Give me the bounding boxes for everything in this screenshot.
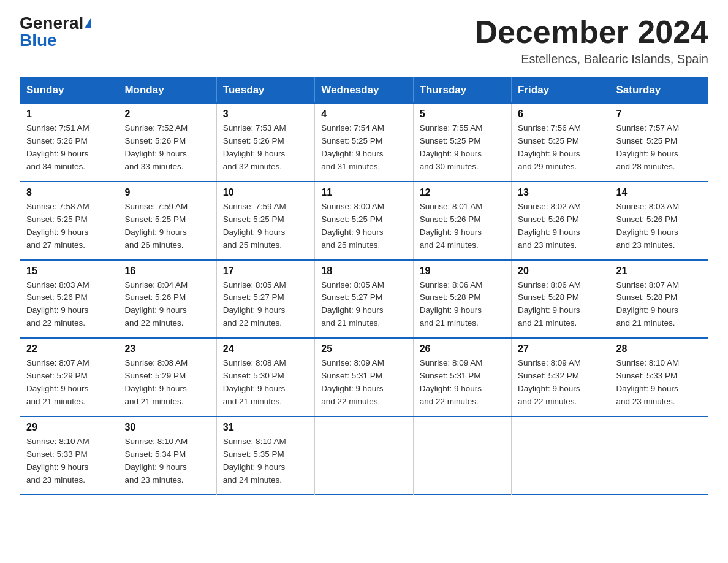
calendar-cell	[413, 416, 511, 494]
day-number: 20	[518, 266, 603, 277]
day-info: Sunrise: 8:06 AMSunset: 5:28 PMDaylight:…	[518, 280, 581, 328]
location-subtitle: Estellencs, Balearic Islands, Spain	[474, 52, 708, 66]
day-number: 12	[420, 187, 505, 198]
calendar-cell: 8 Sunrise: 7:58 AMSunset: 5:25 PMDayligh…	[20, 182, 118, 260]
calendar-cell: 15 Sunrise: 8:03 AMSunset: 5:26 PMDaylig…	[20, 260, 118, 339]
day-number: 25	[321, 343, 406, 354]
day-info: Sunrise: 8:07 AMSunset: 5:29 PMDaylight:…	[26, 358, 89, 406]
calendar-cell: 14 Sunrise: 8:03 AMSunset: 5:26 PMDaylig…	[610, 182, 708, 260]
day-info: Sunrise: 8:09 AMSunset: 5:32 PMDaylight:…	[518, 358, 581, 406]
calendar-cell: 27 Sunrise: 8:09 AMSunset: 5:32 PMDaylig…	[512, 338, 610, 416]
day-number: 3	[223, 109, 308, 120]
day-info: Sunrise: 8:09 AMSunset: 5:31 PMDaylight:…	[321, 358, 384, 406]
day-info: Sunrise: 8:08 AMSunset: 5:30 PMDaylight:…	[223, 358, 286, 406]
day-info: Sunrise: 8:10 AMSunset: 5:33 PMDaylight:…	[616, 358, 680, 406]
calendar-cell: 3 Sunrise: 7:53 AMSunset: 5:26 PMDayligh…	[216, 103, 314, 182]
day-info: Sunrise: 8:08 AMSunset: 5:29 PMDaylight:…	[124, 358, 188, 406]
day-info: Sunrise: 8:10 AMSunset: 5:34 PMDaylight:…	[124, 437, 188, 484]
day-number: 10	[223, 187, 308, 198]
calendar-table: SundayMondayTuesdayWednesdayThursdayFrid…	[20, 77, 708, 494]
calendar-cell: 11 Sunrise: 8:00 AMSunset: 5:25 PMDaylig…	[315, 182, 413, 260]
day-info: Sunrise: 8:04 AMSunset: 5:26 PMDaylight:…	[124, 280, 188, 328]
calendar-header-saturday: Saturday	[610, 78, 708, 104]
page-header: General Blue December 2024 Estellencs, B…	[20, 15, 708, 66]
day-info: Sunrise: 8:02 AMSunset: 5:26 PMDaylight:…	[518, 202, 581, 250]
calendar-cell	[315, 416, 413, 494]
day-info: Sunrise: 8:03 AMSunset: 5:26 PMDaylight:…	[26, 280, 89, 328]
calendar-cell: 25 Sunrise: 8:09 AMSunset: 5:31 PMDaylig…	[315, 338, 413, 416]
day-info: Sunrise: 7:53 AMSunset: 5:26 PMDaylight:…	[223, 123, 286, 171]
calendar-week-row-4: 22 Sunrise: 8:07 AMSunset: 5:29 PMDaylig…	[20, 338, 708, 416]
calendar-cell: 17 Sunrise: 8:05 AMSunset: 5:27 PMDaylig…	[216, 260, 314, 339]
calendar-header-wednesday: Wednesday	[315, 78, 413, 104]
calendar-cell: 30 Sunrise: 8:10 AMSunset: 5:34 PMDaylig…	[118, 416, 216, 494]
title-area: December 2024 Estellencs, Balearic Islan…	[474, 15, 708, 66]
main-title: December 2024	[474, 15, 708, 50]
day-info: Sunrise: 7:54 AMSunset: 5:25 PMDaylight:…	[321, 123, 384, 171]
day-info: Sunrise: 7:56 AMSunset: 5:25 PMDaylight:…	[518, 123, 581, 171]
day-number: 22	[26, 343, 112, 354]
day-info: Sunrise: 8:07 AMSunset: 5:28 PMDaylight:…	[616, 280, 680, 328]
calendar-cell: 13 Sunrise: 8:02 AMSunset: 5:26 PMDaylig…	[512, 182, 610, 260]
day-number: 17	[223, 266, 308, 277]
calendar-cell: 21 Sunrise: 8:07 AMSunset: 5:28 PMDaylig…	[610, 260, 708, 339]
day-number: 5	[420, 109, 505, 120]
day-info: Sunrise: 7:59 AMSunset: 5:25 PMDaylight:…	[124, 202, 188, 250]
calendar-cell: 20 Sunrise: 8:06 AMSunset: 5:28 PMDaylig…	[512, 260, 610, 339]
calendar-cell: 28 Sunrise: 8:10 AMSunset: 5:33 PMDaylig…	[610, 338, 708, 416]
calendar-week-row-2: 8 Sunrise: 7:58 AMSunset: 5:25 PMDayligh…	[20, 182, 708, 260]
day-number: 23	[124, 343, 210, 354]
day-number: 27	[518, 343, 603, 354]
day-number: 13	[518, 187, 603, 198]
day-number: 26	[420, 343, 505, 354]
calendar-cell: 18 Sunrise: 8:05 AMSunset: 5:27 PMDaylig…	[315, 260, 413, 339]
day-info: Sunrise: 8:06 AMSunset: 5:28 PMDaylight:…	[420, 280, 483, 328]
logo-triangle-icon	[85, 18, 91, 28]
calendar-header-friday: Friday	[512, 78, 610, 104]
calendar-cell: 24 Sunrise: 8:08 AMSunset: 5:30 PMDaylig…	[216, 338, 314, 416]
day-number: 28	[616, 343, 702, 354]
day-info: Sunrise: 7:55 AMSunset: 5:25 PMDaylight:…	[420, 123, 483, 171]
day-number: 31	[223, 422, 308, 433]
calendar-header-sunday: Sunday	[20, 78, 118, 104]
day-info: Sunrise: 7:51 AMSunset: 5:26 PMDaylight:…	[26, 123, 89, 171]
day-number: 9	[124, 187, 210, 198]
calendar-cell: 31 Sunrise: 8:10 AMSunset: 5:35 PMDaylig…	[216, 416, 314, 494]
day-info: Sunrise: 7:57 AMSunset: 5:25 PMDaylight:…	[616, 123, 680, 171]
day-number: 21	[616, 266, 702, 277]
calendar-cell: 6 Sunrise: 7:56 AMSunset: 5:25 PMDayligh…	[512, 103, 610, 182]
calendar-cell: 1 Sunrise: 7:51 AMSunset: 5:26 PMDayligh…	[20, 103, 118, 182]
calendar-cell: 19 Sunrise: 8:06 AMSunset: 5:28 PMDaylig…	[413, 260, 511, 339]
calendar-header-row: SundayMondayTuesdayWednesdayThursdayFrid…	[20, 78, 708, 104]
day-number: 18	[321, 266, 406, 277]
day-number: 8	[26, 187, 112, 198]
day-info: Sunrise: 7:52 AMSunset: 5:26 PMDaylight:…	[124, 123, 188, 171]
day-info: Sunrise: 8:05 AMSunset: 5:27 PMDaylight:…	[223, 280, 286, 328]
calendar-week-row-5: 29 Sunrise: 8:10 AMSunset: 5:33 PMDaylig…	[20, 416, 708, 494]
day-info: Sunrise: 8:01 AMSunset: 5:26 PMDaylight:…	[420, 202, 483, 250]
calendar-cell: 16 Sunrise: 8:04 AMSunset: 5:26 PMDaylig…	[118, 260, 216, 339]
calendar-cell	[512, 416, 610, 494]
calendar-cell: 7 Sunrise: 7:57 AMSunset: 5:25 PMDayligh…	[610, 103, 708, 182]
logo: General Blue	[20, 15, 91, 49]
day-info: Sunrise: 8:10 AMSunset: 5:35 PMDaylight:…	[223, 437, 286, 484]
calendar-cell: 10 Sunrise: 7:59 AMSunset: 5:25 PMDaylig…	[216, 182, 314, 260]
calendar-cell: 4 Sunrise: 7:54 AMSunset: 5:25 PMDayligh…	[315, 103, 413, 182]
day-number: 4	[321, 109, 406, 120]
day-number: 6	[518, 109, 603, 120]
day-number: 15	[26, 266, 112, 277]
calendar-header-monday: Monday	[118, 78, 216, 104]
day-number: 19	[420, 266, 505, 277]
day-info: Sunrise: 8:00 AMSunset: 5:25 PMDaylight:…	[321, 202, 384, 250]
calendar-cell: 23 Sunrise: 8:08 AMSunset: 5:29 PMDaylig…	[118, 338, 216, 416]
calendar-cell: 26 Sunrise: 8:09 AMSunset: 5:31 PMDaylig…	[413, 338, 511, 416]
logo-general-text: General	[20, 15, 83, 32]
calendar-header-tuesday: Tuesday	[216, 78, 314, 104]
day-info: Sunrise: 8:05 AMSunset: 5:27 PMDaylight:…	[321, 280, 384, 328]
day-number: 29	[26, 422, 112, 433]
day-info: Sunrise: 7:59 AMSunset: 5:25 PMDaylight:…	[223, 202, 286, 250]
day-number: 24	[223, 343, 308, 354]
day-info: Sunrise: 7:58 AMSunset: 5:25 PMDaylight:…	[26, 202, 89, 250]
day-number: 7	[616, 109, 702, 120]
calendar-cell: 12 Sunrise: 8:01 AMSunset: 5:26 PMDaylig…	[413, 182, 511, 260]
